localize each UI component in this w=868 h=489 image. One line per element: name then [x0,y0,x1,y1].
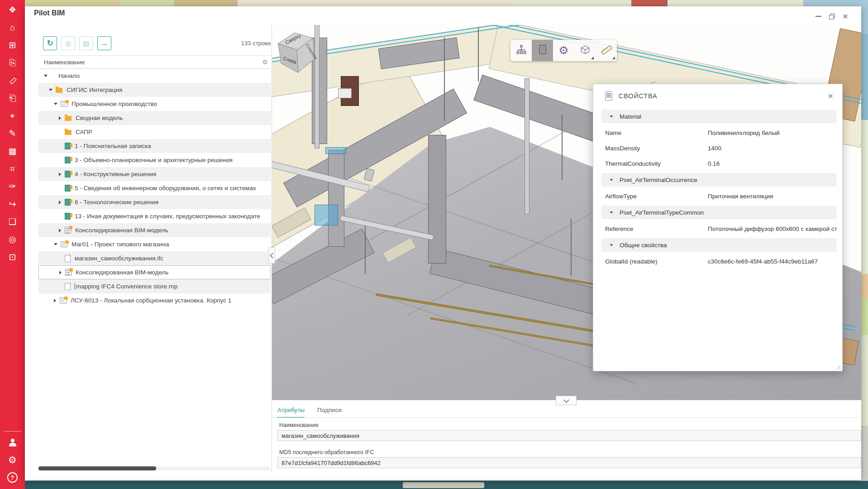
minimize-icon [816,16,821,17]
row-count-label: 133 строки [181,40,271,47]
table-star-icon: ⊞ [9,41,16,49]
properties-button[interactable] [532,40,553,61]
expand-arrow-icon[interactable] [54,103,57,105]
navigation-cube[interactable]: Сверху Слева Спереди [275,27,320,80]
expand-arrow-icon[interactable] [54,243,57,245]
property-row: GlobalId (readable)c30c6e6c-fe69-45f4-ab… [593,254,842,269]
restore-button[interactable] [825,10,839,22]
collapse-arrow-icon[interactable] [59,173,61,176]
tree-row[interactable]: магазин_самообслуживания.ifc [38,251,271,265]
document-upload-icon[interactable]: ⎗ [0,89,25,107]
comments-icon[interactable]: ❑ [0,213,25,230]
collapse-arrow-icon[interactable] [59,201,61,204]
go-forward-button[interactable]: → [97,36,111,50]
video-pin-icon: ⌖ [10,111,15,120]
expand-arrow-icon[interactable] [44,75,48,77]
blocks-icon[interactable]: ▦ [0,142,25,160]
splitter-collapse-button[interactable] [268,247,275,264]
minimize-button[interactable] [811,10,825,22]
tree-row[interactable]: Сводная модель [38,111,271,125]
tree-row[interactable]: 5 - Сведения об инженерном оборудовании,… [38,181,271,195]
properties-header: СВОЙСТВА × [593,84,842,108]
view-cube-button[interactable] [574,40,596,61]
refresh-button[interactable]: ↻ [43,36,57,50]
properties-close-icon[interactable]: × [828,91,833,101]
rod [562,115,563,180]
help-icon[interactable]: ? [0,469,25,486]
map-edit-icon[interactable]: ✎ [0,125,25,142]
collapse-arrow-icon[interactable] [59,116,61,120]
tree-row[interactable]: Промышленное производство [38,97,271,111]
documents-icon[interactable]: ⎘ [0,54,25,72]
location-pin-icon[interactable]: ◎ [0,230,25,248]
map-edit-icon: ✎ [9,129,16,138]
property-section[interactable]: Pset_AirTerminalOccurrence [601,173,837,187]
table-star-icon[interactable]: ⊞ [0,36,25,54]
tree-row-label: 4 - Конструктивные решения [75,171,156,177]
home-search-icon[interactable]: ⌂ [0,19,25,36]
property-section[interactable]: Pset_AirTerminalTypeCommon [601,206,837,219]
tree-row[interactable]: Консолидированная BIM-модель [38,223,271,237]
field-label: MD5 последнего обработанного IFC [279,449,374,455]
camera-location-icon: ⊡ [9,253,16,261]
tree-row[interactable]: ЛСУ-6013 - Локальная сорбционная установ… [38,293,271,307]
field-input[interactable] [277,457,861,468]
tree-row[interactable]: СИГИС Интеграция [38,83,271,97]
expand-arrow-icon[interactable] [49,89,52,91]
ruler-icon[interactable]: ▭ [0,72,25,89]
section-name: Общие свойства [620,242,667,249]
tab-active[interactable]: Атрибуты [277,404,305,418]
tree-row[interactable]: 3 - Объемно-планировочные и архитектурны… [38,153,271,167]
ruler-icon [600,43,613,58]
tree-row[interactable]: Начало [38,69,271,83]
column-settings-gear-icon[interactable]: ⚙ [262,58,268,66]
geo-pin-button[interactable]: ◎ [61,36,75,50]
tree-hscrollbar-thumb[interactable] [38,466,156,470]
model-button[interactable]: ▤ [79,36,93,50]
properties-body: MaterialNameПоливинилхлорид белыйMassDen… [593,110,842,269]
document-export-icon: ↪ [9,200,16,208]
property-row: AirflowTypeПриточная вентиляция [593,188,842,204]
sidebar-icon-list: ❖⌂⊞⎘▭⎗⌖✎▦⌗✑↪❑◎⊡ [0,0,25,266]
window-title: Pilot BIM [34,9,65,17]
collapse-arrow-icon[interactable] [59,271,62,274]
collapse-arrow-icon[interactable] [59,229,61,232]
tree-row-label: Начало [58,72,80,79]
user-icon[interactable] [0,433,25,451]
rod [365,220,366,274]
settings-icon[interactable]: ⚙ [0,451,25,469]
tree-row-label: Маг01 - Проект типового магазина [72,241,169,248]
document-export-icon[interactable]: ↪ [0,195,25,213]
measure-button[interactable] [596,40,617,61]
project-tree: НачалоСИГИС ИнтеграцияПромышленное произ… [38,69,271,307]
tree-row[interactable]: 6 - Технологические решения [38,195,271,209]
resize-grip[interactable] [835,364,840,369]
bottom-panel-collapse-button[interactable] [556,396,577,405]
tree-row[interactable]: САПР [38,125,271,139]
tree-row[interactable]: Маг01 - Проект типового магазина [38,237,271,251]
close-button[interactable]: × [839,10,852,22]
tree-row[interactable]: 4 - Конструктивные решения [38,167,271,181]
tree-row[interactable]: 1 - Пояснительная записка [38,139,271,153]
tree-row[interactable]: mapping IFC4 Convenience store.rnp [38,279,271,293]
tab-inactive[interactable]: Подписи [317,404,342,418]
cube-icon [579,44,591,58]
folder-icon [65,130,72,135]
screenshot-icon[interactable]: ⌗ [0,160,25,177]
camera-location-icon[interactable]: ⊡ [0,248,25,266]
field-input[interactable] [277,430,861,441]
folder-icon [56,88,62,93]
collapse-arrow-icon[interactable] [54,299,56,302]
structure-button[interactable] [510,40,532,61]
docset-icon [65,199,71,206]
brush-icon[interactable]: ✑ [0,177,25,195]
video-pin-icon[interactable]: ⌖ [0,107,25,125]
tree-row[interactable]: 13 - Иная документация в случаях, предус… [38,209,271,223]
settings-button[interactable]: ⚙ [553,40,574,61]
property-section[interactable]: Material [601,110,837,123]
tree-row[interactable]: Консолидированная BIM-модель [38,265,271,279]
section-name: Pset_AirTerminalTypeCommon [620,209,704,216]
layers-icon[interactable]: ❖ [0,1,25,19]
property-section[interactable]: Общие свойства [601,238,837,252]
tree-row-label: mapping IFC4 Convenience store.rnp [76,283,177,290]
